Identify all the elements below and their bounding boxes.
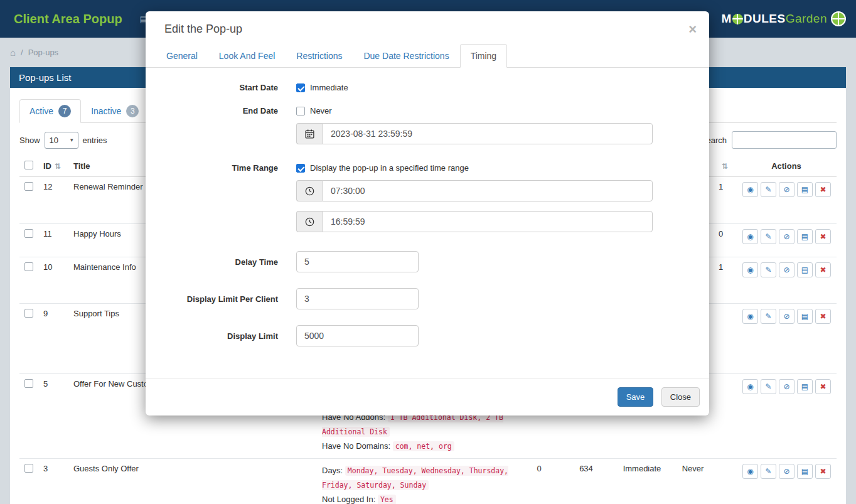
time-range-checkbox[interactable] bbox=[296, 164, 305, 173]
modal-tabs: General Look And Feel Restrictions Due D… bbox=[146, 39, 709, 68]
tab-look-and-feel[interactable]: Look And Feel bbox=[208, 44, 286, 68]
close-button[interactable]: Close bbox=[661, 387, 700, 407]
active-count-badge: 7 bbox=[58, 105, 71, 117]
tab-active[interactable]: Active 7 bbox=[19, 99, 81, 123]
view-button[interactable]: ◉ bbox=[742, 309, 758, 324]
pencil-icon: ✎ bbox=[765, 312, 771, 321]
immediate-checkbox[interactable] bbox=[296, 83, 305, 92]
delay-time-input[interactable] bbox=[296, 251, 419, 272]
view-button[interactable]: ◉ bbox=[742, 379, 758, 394]
disable-button[interactable]: ⊘ bbox=[779, 182, 794, 197]
row-delay: 0 bbox=[518, 459, 560, 504]
row-checkbox[interactable] bbox=[24, 464, 33, 473]
row-partial-value: 1 bbox=[714, 177, 739, 224]
row-checkbox[interactable] bbox=[24, 262, 33, 271]
time-range-option[interactable]: Display the pop-up in a specified time r… bbox=[296, 163, 653, 173]
delete-button[interactable]: ✖ bbox=[815, 379, 831, 394]
edit-button[interactable]: ✎ bbox=[761, 262, 776, 277]
page-size-select[interactable]: 10 ▾ bbox=[45, 132, 78, 149]
clock-icon bbox=[296, 211, 323, 232]
time-to-input[interactable] bbox=[323, 211, 653, 232]
row-checkbox[interactable] bbox=[24, 229, 33, 238]
display-limit-per-client-label: Display Limit Per Client bbox=[164, 294, 278, 304]
row-displays: 634 bbox=[560, 459, 612, 504]
tab-general[interactable]: General bbox=[156, 44, 208, 68]
disable-button[interactable]: ⊘ bbox=[779, 379, 794, 394]
duplicate-button[interactable]: ▤ bbox=[797, 229, 813, 244]
duplicate-button[interactable]: ▤ bbox=[797, 309, 813, 324]
disable-button[interactable]: ⊘ bbox=[779, 309, 794, 324]
edit-button[interactable]: ✎ bbox=[761, 182, 776, 197]
tab-inactive[interactable]: Inactive 3 bbox=[81, 99, 149, 123]
row-details: Days: Monday, Tuesday, Wednesday, Thursd… bbox=[317, 459, 518, 504]
eye-icon: ◉ bbox=[747, 265, 753, 274]
disable-button[interactable]: ⊘ bbox=[779, 229, 794, 244]
ban-icon: ⊘ bbox=[783, 467, 789, 476]
edit-button[interactable]: ✎ bbox=[761, 464, 776, 479]
save-button[interactable]: Save bbox=[618, 387, 654, 407]
row-partial-value: 1 bbox=[714, 257, 739, 304]
table-row: 3 Guests Only Offer Days: Monday, Tuesda… bbox=[19, 459, 837, 504]
never-checkbox[interactable] bbox=[296, 107, 305, 115]
never-option[interactable]: Never bbox=[296, 106, 653, 115]
view-button[interactable]: ◉ bbox=[742, 182, 758, 197]
ban-icon: ⊘ bbox=[783, 232, 789, 241]
eye-icon: ◉ bbox=[747, 232, 753, 241]
row-checkbox[interactable] bbox=[24, 379, 33, 388]
end-date-input[interactable] bbox=[323, 123, 653, 144]
view-button[interactable]: ◉ bbox=[742, 464, 758, 479]
edit-popup-modal: Edit the Pop-up × General Look And Feel … bbox=[146, 11, 709, 416]
disable-button[interactable]: ⊘ bbox=[779, 464, 794, 479]
row-id: 9 bbox=[38, 304, 68, 374]
search-box: Search bbox=[701, 131, 837, 149]
tab-timing[interactable]: Timing bbox=[460, 44, 508, 68]
row-actions: ◉✎⊘▤✖ bbox=[739, 224, 837, 257]
duplicate-button[interactable]: ▤ bbox=[797, 262, 813, 277]
row-start-date: Immediate bbox=[612, 459, 672, 504]
delete-button[interactable]: ✖ bbox=[815, 262, 831, 277]
tab-restrictions[interactable]: Restrictions bbox=[286, 44, 353, 68]
row-partial-value bbox=[714, 304, 739, 374]
time-range-label: Time Range bbox=[164, 163, 278, 173]
row-id: 10 bbox=[38, 257, 68, 304]
row-checkbox[interactable] bbox=[24, 309, 33, 318]
eye-icon: ◉ bbox=[747, 312, 753, 321]
row-title: Guests Only Offer bbox=[68, 459, 317, 504]
time-from-input[interactable] bbox=[323, 180, 653, 201]
duplicate-button[interactable]: ▤ bbox=[797, 182, 813, 197]
globe-icon bbox=[831, 11, 846, 26]
header-id[interactable]: ID⇅ bbox=[38, 156, 68, 177]
x-icon: ✖ bbox=[820, 265, 826, 274]
home-icon[interactable]: ⌂ bbox=[10, 47, 16, 58]
edit-button[interactable]: ✎ bbox=[761, 379, 776, 394]
search-input[interactable] bbox=[732, 131, 837, 149]
view-button[interactable]: ◉ bbox=[742, 229, 758, 244]
row-checkbox[interactable] bbox=[24, 182, 33, 191]
duplicate-button[interactable]: ▤ bbox=[797, 379, 813, 394]
sort-icon: ⇅ bbox=[722, 162, 728, 171]
header-hidden-sort[interactable]: ⇅ bbox=[714, 156, 739, 177]
display-limit-per-client-input[interactable] bbox=[296, 288, 419, 309]
disable-button[interactable]: ⊘ bbox=[779, 262, 794, 277]
show-entries: Show 10 ▾ entries bbox=[19, 132, 107, 149]
modal-body: Start Date Immediate End Date Never bbox=[146, 68, 709, 378]
delete-button[interactable]: ✖ bbox=[815, 309, 831, 324]
view-button[interactable]: ◉ bbox=[742, 262, 758, 277]
edit-button[interactable]: ✎ bbox=[761, 229, 776, 244]
delete-button[interactable]: ✖ bbox=[815, 464, 831, 479]
display-limit-input[interactable] bbox=[296, 325, 419, 346]
delete-button[interactable]: ✖ bbox=[815, 229, 831, 244]
immediate-option[interactable]: Immediate bbox=[296, 83, 653, 92]
edit-button[interactable]: ✎ bbox=[761, 309, 776, 324]
close-icon[interactable]: × bbox=[688, 23, 697, 36]
pencil-icon: ✎ bbox=[765, 382, 771, 391]
row-partial-value: 0 bbox=[714, 224, 739, 257]
modal-header: Edit the Pop-up × bbox=[146, 11, 709, 39]
folder-icon: ▤ bbox=[801, 185, 808, 194]
select-all-checkbox[interactable] bbox=[24, 161, 33, 169]
delete-button[interactable]: ✖ bbox=[815, 182, 831, 197]
duplicate-button[interactable]: ▤ bbox=[797, 464, 813, 479]
folder-icon: ▤ bbox=[801, 265, 808, 274]
eye-icon: ◉ bbox=[747, 467, 753, 476]
tab-due-date-restrictions[interactable]: Due Date Restrictions bbox=[353, 44, 459, 68]
